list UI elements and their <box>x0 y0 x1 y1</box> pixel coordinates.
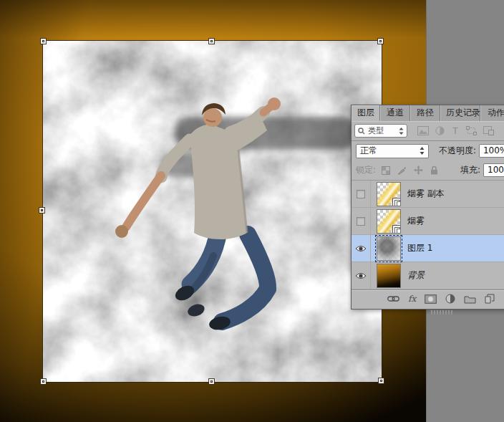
link-layers-icon[interactable] <box>387 294 399 303</box>
eye-icon[interactable] <box>355 244 367 253</box>
fill-input[interactable]: 100% <box>483 163 504 177</box>
lock-all-icon[interactable] <box>430 166 438 175</box>
tab-history[interactable]: 历史记录 <box>440 105 480 121</box>
transform-handle-bottom-middle[interactable] <box>209 379 214 384</box>
layer-name[interactable]: 烟雾 <box>407 215 425 227</box>
visibility-toggle[interactable] <box>352 235 371 262</box>
transform-handle-bottom-left[interactable] <box>41 379 46 384</box>
panel-tab-bar: 图层 通道 路径 历史记录 动作 <box>352 105 504 121</box>
smoke-layer-image[interactable] <box>43 41 382 382</box>
shape-filter-icon[interactable] <box>466 126 477 135</box>
layers-panel: 图层 通道 路径 历史记录 动作 类型 <box>351 105 504 310</box>
lock-transparency-icon[interactable] <box>382 166 390 175</box>
layer-name[interactable]: 烟雾 副本 <box>407 188 445 200</box>
opacity-label: 不透明度: <box>439 145 476 157</box>
lock-label: 锁定: <box>356 164 376 176</box>
layer-name[interactable]: 图层 1 <box>407 242 432 254</box>
type-filter-icon[interactable]: T <box>451 126 460 135</box>
tab-paths[interactable]: 路径 <box>410 105 440 121</box>
visibility-toggle[interactable] <box>352 262 371 289</box>
visibility-toggle[interactable] <box>352 181 371 208</box>
transform-handle-top-middle[interactable] <box>209 39 214 44</box>
layer-style-icon[interactable]: fx <box>408 294 416 304</box>
panel-resize-grip[interactable] <box>431 310 452 315</box>
layer-mask-icon[interactable] <box>425 294 437 304</box>
transform-handle-top-left[interactable] <box>41 39 46 44</box>
lock-fill-row: 锁定: 填充: 100% <box>352 160 504 181</box>
search-icon <box>358 128 365 135</box>
eye-icon[interactable] <box>355 272 367 280</box>
blend-mode-select[interactable]: 正常 <box>356 144 429 158</box>
transform-handle-middle-left[interactable] <box>39 208 44 213</box>
layer-thumbnail[interactable] <box>377 182 401 206</box>
layer-filter-row: 类型 T <box>352 121 504 141</box>
blend-mode-value: 正常 <box>360 145 377 157</box>
adjustment-filter-icon[interactable] <box>435 126 445 135</box>
adjustment-layer-icon[interactable] <box>445 294 455 304</box>
layer-thumbnail[interactable] <box>377 236 401 261</box>
updown-arrows-icon <box>399 128 404 135</box>
visibility-toggle[interactable] <box>352 208 371 235</box>
layer-row-smoke-copy[interactable]: 烟雾 副本 <box>352 181 504 208</box>
smart-object-badge-icon <box>392 225 401 234</box>
panel-bottom-bar: fx <box>352 289 504 307</box>
opacity-input[interactable]: 100% <box>479 144 504 158</box>
photoshop-workspace: 图层 通道 路径 历史记录 动作 类型 <box>0 0 504 422</box>
visibility-checkbox-empty[interactable] <box>357 190 365 198</box>
layer-list: 烟雾 副本 烟雾 图层 1 <box>352 181 504 289</box>
layer-row-layer1-selected[interactable]: 图层 1 <box>352 235 504 262</box>
group-icon[interactable] <box>464 294 476 304</box>
visibility-checkbox-empty[interactable] <box>357 217 365 226</box>
filter-kind-combo[interactable]: 类型 <box>354 124 407 138</box>
transform-handle-top-right[interactable] <box>378 39 383 44</box>
layer-row-background[interactable]: 背景 <box>352 262 504 289</box>
layer-row-smoke[interactable]: 烟雾 <box>352 208 504 235</box>
updown-arrows-icon <box>420 147 425 155</box>
smart-object-filter-icon[interactable] <box>483 126 494 135</box>
new-layer-icon[interactable] <box>485 294 495 304</box>
fill-label: 填充: <box>460 164 480 176</box>
layer-thumbnail[interactable] <box>377 209 401 234</box>
layer-name[interactable]: 背景 <box>407 269 425 282</box>
pixel-layer-filter-icon[interactable] <box>417 126 429 135</box>
smoke-illustration <box>43 41 382 382</box>
svg-text:T: T <box>452 126 458 135</box>
smart-object-badge-icon <box>392 198 401 206</box>
lock-pixels-icon[interactable] <box>397 166 407 175</box>
lock-position-icon[interactable] <box>414 166 423 175</box>
tab-layers[interactable]: 图层 <box>352 105 380 121</box>
layer-thumbnail[interactable] <box>377 264 401 288</box>
filter-kind-label: 类型 <box>368 125 384 136</box>
tab-channels[interactable]: 通道 <box>380 105 410 121</box>
transform-handle-bottom-right[interactable] <box>379 378 384 383</box>
tab-actions[interactable]: 动作 <box>480 105 504 121</box>
blend-opacity-row: 正常 不透明度: 100% <box>352 141 504 160</box>
